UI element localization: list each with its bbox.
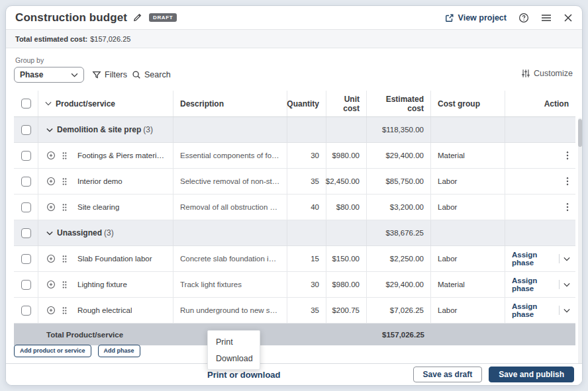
total-cost-value: $157,026.25 (90, 35, 130, 43)
col-quantity: Quantity (287, 91, 326, 116)
row-quantity: 40 (287, 195, 326, 220)
product-name: Slab Foundation labor (77, 255, 152, 263)
select-all-checkbox[interactable] (21, 99, 31, 109)
external-link-icon (445, 13, 454, 22)
row-quantity: 30 (287, 272, 326, 297)
row-unit-cost: $980.00 (326, 272, 367, 297)
budget-table: Product/service Description Quantity Uni… (14, 91, 575, 345)
total-cost-label: Total estimated cost: (15, 35, 87, 43)
collapse-chevron-icon[interactable] (46, 231, 53, 236)
group-name: Unassigned (57, 228, 102, 238)
assign-phase-button[interactable]: Assign phase (512, 277, 570, 292)
circle-plus-icon[interactable] (46, 254, 56, 263)
chevron-down-icon[interactable] (564, 308, 570, 313)
row-unit-cost: $200.75 (326, 298, 367, 323)
group-count: (3) (143, 125, 153, 134)
col-unit-cost: Unit cost (326, 91, 367, 116)
customize-button[interactable]: Customize (521, 65, 573, 81)
circle-plus-icon[interactable] (46, 151, 56, 160)
row-actions-menu-icon[interactable] (566, 177, 569, 186)
drag-handle-icon[interactable] (62, 203, 68, 212)
chevron-down-icon[interactable] (564, 282, 570, 287)
row-description: Track light fixtures (180, 272, 242, 297)
add-actions: Add product or service Add phase (14, 345, 140, 357)
scrollbar-thumb[interactable] (578, 119, 582, 147)
row-estimated-cost: $29,400.00 (367, 143, 431, 168)
circle-plus-icon[interactable] (46, 202, 56, 212)
close-icon[interactable] (564, 13, 573, 22)
page-title: Construction budget (15, 11, 127, 24)
group-checkbox[interactable] (21, 228, 31, 238)
filters-button[interactable]: Filters (92, 67, 127, 83)
row-description: Run underground to new subpanel (180, 298, 280, 323)
row-cost-group: Labor (431, 195, 505, 220)
row-actions-menu-icon[interactable] (566, 151, 569, 160)
table-row: Lighting fixture Track light fixtures 30… (14, 272, 575, 298)
row-checkbox[interactable] (21, 280, 31, 290)
row-quantity: 15 (287, 246, 326, 271)
chevron-down-icon[interactable] (564, 257, 570, 261)
menu-item-print[interactable]: Print (208, 333, 260, 350)
budget-modal: Construction budget DRAFT View project (5, 5, 583, 386)
row-estimated-cost: $2,250.00 (367, 246, 431, 271)
table-row: Rough electrical Run underground to new … (14, 298, 575, 324)
save-and-publish-button[interactable]: Save and publish (489, 367, 574, 382)
menu-icon[interactable] (541, 13, 552, 22)
drag-handle-icon[interactable] (62, 152, 68, 160)
help-icon[interactable] (518, 13, 529, 23)
edit-title-icon[interactable] (132, 13, 142, 22)
add-phase-button[interactable]: Add phase (98, 345, 140, 357)
row-cost-group: Labor (431, 169, 505, 194)
view-project-link[interactable]: View project (445, 13, 507, 22)
group-by-select[interactable]: Phase (14, 67, 84, 83)
row-cost-group: Material (431, 272, 505, 297)
group-row-demolition: Demolition & site prep (3) $118,350.00 (14, 117, 575, 143)
row-checkbox[interactable] (21, 306, 31, 316)
circle-plus-icon[interactable] (46, 306, 56, 315)
product-name: Interior demo (77, 177, 122, 185)
divider (559, 306, 560, 315)
assign-phase-button[interactable]: Assign phase (512, 302, 570, 318)
sort-chevron-icon (45, 101, 52, 106)
row-unit-cost: $980.00 (326, 143, 367, 168)
add-product-button[interactable]: Add product or service (14, 345, 91, 357)
total-estimated-cost-bar: Total estimated cost: $157,026.25 (6, 30, 582, 48)
table-row: Footings & Piers materials Essential com… (14, 143, 575, 169)
filter-icon (92, 70, 101, 79)
table-header-row: Product/service Description Quantity Uni… (14, 91, 575, 117)
product-name: Footings & Piers materials (77, 152, 166, 159)
col-product-service[interactable]: Product/service (38, 91, 173, 116)
drag-handle-icon[interactable] (62, 281, 68, 289)
row-unit-cost: $80.00 (326, 195, 367, 220)
print-or-download-button[interactable]: Print or download (207, 370, 281, 380)
drag-handle-icon[interactable] (62, 255, 68, 263)
table-scrollbar[interactable] (578, 118, 582, 386)
group-by-label: Group by (15, 56, 44, 64)
row-checkbox[interactable] (21, 202, 31, 212)
col-description: Description (173, 91, 287, 116)
row-unit-cost: $150.00 (326, 246, 367, 271)
table-row: Interior demo Selective removal of non-s… (14, 169, 575, 195)
drag-handle-icon[interactable] (62, 177, 68, 186)
row-checkbox[interactable] (21, 254, 31, 264)
product-name: Lighting fixture (77, 281, 127, 288)
save-as-draft-button[interactable]: Save as draft (413, 367, 483, 382)
assign-phase-button[interactable]: Assign phase (512, 251, 570, 267)
search-button[interactable]: Search (132, 67, 171, 83)
group-name: Demolition & site prep (57, 125, 141, 134)
row-checkbox[interactable] (21, 151, 31, 161)
group-checkbox[interactable] (21, 125, 31, 135)
product-name: Site clearing (77, 203, 119, 211)
row-actions-menu-icon[interactable] (566, 202, 569, 212)
row-checkbox[interactable] (21, 177, 31, 187)
row-description: Removal of all obstruction and debris (180, 195, 280, 220)
menu-item-download[interactable]: Download (208, 350, 260, 367)
group-row-unassigned: Unassigned (3) $38,676.25 (14, 220, 575, 246)
circle-plus-icon[interactable] (46, 280, 56, 289)
search-icon (132, 70, 141, 79)
divider (559, 254, 560, 263)
drag-handle-icon[interactable] (62, 306, 68, 315)
circle-plus-icon[interactable] (46, 177, 56, 186)
collapse-chevron-icon[interactable] (46, 128, 53, 132)
row-cost-group: Labor (431, 246, 505, 271)
